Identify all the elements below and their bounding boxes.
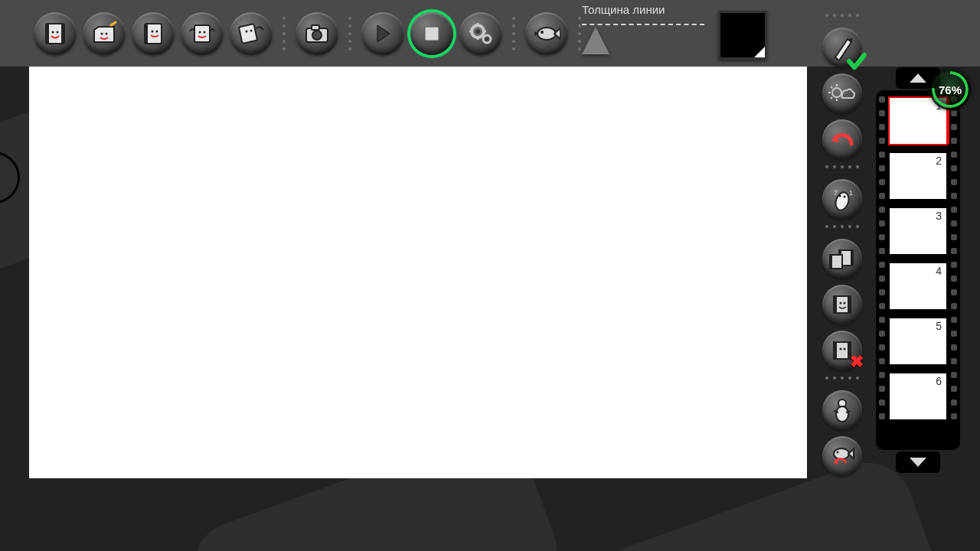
svg-rect-11 [194,25,210,42]
stop-icon [423,25,440,42]
revert-button[interactable] [822,436,862,476]
svg-line-36 [831,97,832,99]
svg-point-38 [839,195,841,197]
delete-frame-button[interactable]: ✖ [822,331,862,370]
person-icon [831,397,854,423]
svg-point-56 [844,348,846,350]
open-movie-button[interactable] [83,12,126,55]
fish-icon [533,23,560,44]
svg-point-62 [837,452,839,454]
tool-separator [821,377,864,384]
camera-icon [304,23,330,44]
svg-point-39 [844,196,846,198]
settings-button[interactable] [459,12,502,55]
svg-point-28 [485,37,488,41]
svg-point-5 [101,32,103,34]
frame-number: 6 [936,375,942,387]
new-movie-button[interactable] [34,12,77,55]
finger-tool-button[interactable]: 71 [822,179,862,219]
copy-frame-button[interactable] [822,239,862,279]
film-add-icon [830,293,854,316]
svg-point-3 [52,31,54,33]
toolbar-separator [280,11,288,57]
svg-line-35 [831,86,832,88]
frame-thumb[interactable]: 6 [890,373,946,419]
svg-point-19 [312,31,322,40]
svg-point-22 [475,29,480,34]
stop-button[interactable] [410,12,453,55]
svg-rect-2 [61,24,64,44]
frame-thumb[interactable]: 3 [890,208,946,254]
play-button[interactable] [361,12,404,55]
gear-icon [469,21,493,46]
line-width-slider[interactable] [582,19,704,50]
add-frame-button[interactable] [822,285,862,324]
toolbar-separator [510,11,518,57]
svg-text:7: 7 [834,189,838,197]
line-width-control[interactable]: Толщина линии [582,3,704,50]
frame-number: 2 [936,155,942,167]
chevron-up-icon [908,72,928,84]
svg-rect-44 [851,250,853,266]
svg-rect-46 [830,255,832,269]
x-icon: ✖ [850,352,864,372]
svg-point-4 [57,31,59,33]
battery-indicator: 76% [929,69,971,110]
svg-point-51 [844,302,846,305]
slider-handle-icon[interactable] [582,27,609,54]
play-icon [373,24,393,44]
tool-separator [821,165,864,173]
film-save-icon [140,21,166,47]
frame-thumb[interactable]: 4 [890,263,946,309]
svg-point-6 [106,32,108,34]
svg-point-29 [537,28,556,40]
film-send-icon [237,21,265,47]
svg-point-15 [246,30,248,32]
svg-point-9 [152,30,154,32]
finger-icon: 71 [831,186,854,212]
frame-thumb[interactable]: 5 [890,318,946,364]
export-button[interactable] [181,12,224,55]
undo-icon [830,130,854,148]
frame-number: 4 [936,265,942,277]
svg-rect-53 [834,342,837,359]
filmstrip-scroll-down[interactable] [896,452,940,473]
film-dup-icon [828,247,856,270]
svg-rect-18 [312,25,319,30]
tool-separator [821,14,864,21]
line-width-label: Толщина линии [582,3,704,16]
svg-point-50 [840,302,842,305]
sprocket-holes [877,90,887,450]
svg-point-12 [199,31,201,33]
onion-skin-button[interactable] [822,73,862,113]
svg-point-31 [832,88,841,97]
svg-rect-14 [239,24,257,44]
sun-cloud-icon [828,83,856,104]
film-smile-icon [42,21,68,47]
pen-tool-button[interactable] [822,28,862,67]
svg-point-13 [204,31,206,33]
check-icon [847,52,867,72]
sprocket-holes [949,90,959,450]
svg-point-10 [156,30,158,32]
right-tool-column: 71 ✖ [819,11,865,479]
svg-rect-20 [425,27,439,41]
save-movie-button[interactable] [132,12,175,55]
svg-point-30 [541,31,544,34]
frame-thumb[interactable]: 2 [890,153,946,199]
color-swatch[interactable] [718,11,767,60]
frame-number: 5 [936,320,942,332]
flip-button[interactable] [525,12,568,55]
svg-point-16 [250,29,253,31]
drawing-canvas[interactable] [29,67,807,478]
svg-point-61 [834,448,849,459]
undo-button[interactable] [822,119,862,159]
puppet-button[interactable] [822,390,862,430]
share-button[interactable] [230,12,273,55]
filmstrip: 1 2 3 4 5 6 [876,67,960,473]
svg-point-55 [840,348,842,350]
filmstrip-track: 1 2 3 4 5 6 [876,90,960,450]
film-share-icon [188,21,216,47]
tool-separator [821,225,864,233]
camera-button[interactable] [296,12,338,55]
